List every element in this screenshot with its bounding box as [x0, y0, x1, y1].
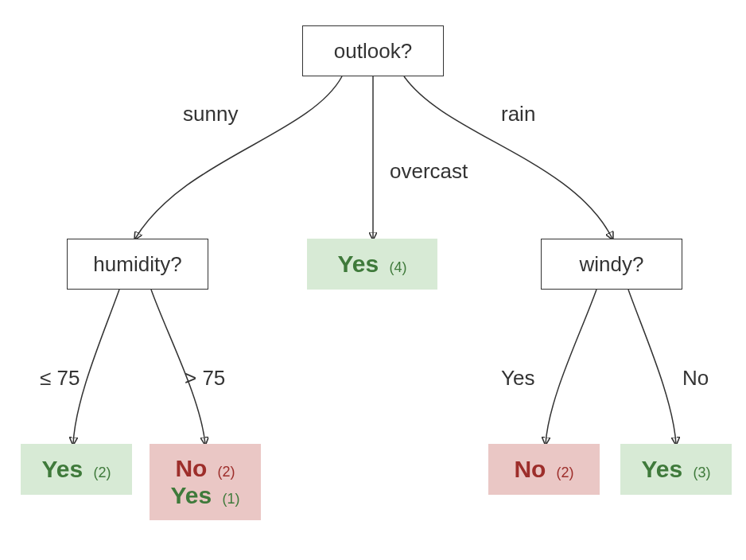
edge-label-sunny: sunny [183, 102, 238, 126]
humidity-label: humidity? [93, 252, 181, 277]
edge-label-gt75: > 75 [185, 366, 225, 391]
node-windy: windy? [541, 239, 682, 290]
leaf-class: Yes [338, 251, 379, 277]
edge-label-windy-no: No [682, 366, 709, 391]
leaf-count: (3) [693, 465, 710, 480]
root-label: outlook? [334, 39, 412, 64]
leaf-count: (2) [557, 465, 574, 480]
leaf-count: (4) [389, 259, 406, 275]
leaf-count: (2) [93, 465, 111, 480]
leaf-class: Yes [42, 456, 84, 482]
leaf-class: No [514, 456, 546, 482]
decision-tree-diagram: outlook? humidity? windy? Yes (4) Yes (2… [0, 0, 746, 560]
leaf-humidity-le75-yes: Yes (2) [21, 444, 132, 495]
leaf-humidity-gt75-mixed: No (2) Yes (1) [150, 444, 261, 520]
leaf-major-count: (2) [218, 464, 235, 480]
windy-label: windy? [580, 252, 644, 277]
leaf-windy-yes-no: No (2) [488, 444, 600, 495]
leaf-minor-count: (1) [222, 491, 239, 507]
leaf-major-class: No [175, 455, 207, 481]
edge-label-rain: rain [501, 102, 535, 126]
leaf-overcast-yes: Yes (4) [307, 239, 437, 290]
edge-label-windy-yes: Yes [501, 366, 534, 391]
root-node-outlook: outlook? [302, 25, 444, 76]
leaf-minor-class: Yes [171, 482, 212, 508]
edge-label-le75: ≤ 75 [40, 366, 80, 391]
node-humidity: humidity? [67, 239, 208, 290]
leaf-windy-no-yes: Yes (3) [620, 444, 732, 495]
edge-label-overcast: overcast [390, 159, 468, 184]
leaf-class: Yes [642, 456, 683, 482]
